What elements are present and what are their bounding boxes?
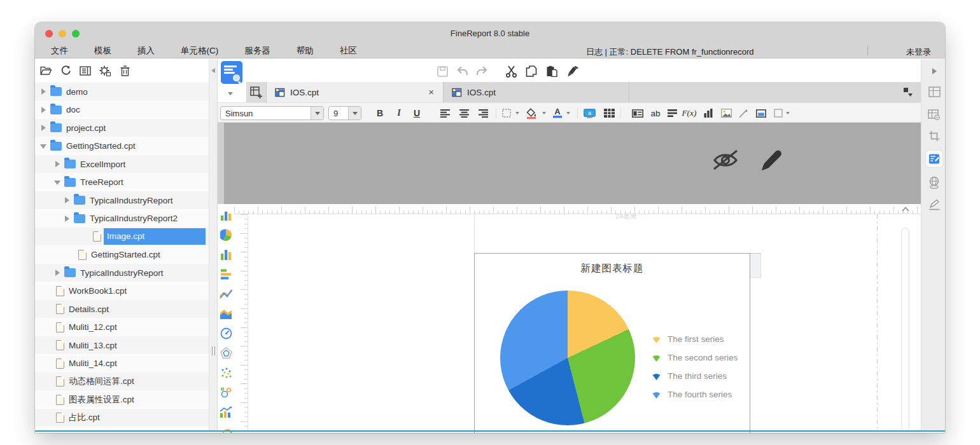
menu-insert[interactable]: 插入 [137, 45, 155, 57]
tree-item-doc[interactable]: doc [35, 101, 209, 119]
refresh-icon[interactable] [59, 64, 73, 78]
tab-ios-active[interactable]: IOS.cpt × [267, 82, 444, 102]
report-panel-icon[interactable] [78, 64, 92, 78]
chevron-right-icon[interactable] [40, 88, 46, 95]
close-tab-icon[interactable]: × [428, 86, 434, 97]
template-grid-icon[interactable] [926, 83, 942, 100]
cut-icon[interactable] [504, 64, 518, 78]
font-color-dropdown-icon[interactable] [566, 112, 570, 114]
fill-color-icon[interactable] [524, 106, 539, 120]
tree-item-excelimport[interactable]: ExcelImport [35, 155, 209, 173]
tree-item-muliti13[interactable]: Muliti_13.cpt [35, 336, 209, 354]
formula-icon[interactable]: F(x) [682, 106, 697, 120]
font-size-select[interactable]: 9 [328, 106, 361, 120]
scroll-up-icon[interactable] [902, 207, 909, 212]
bar-chart-icon[interactable] [220, 268, 233, 281]
font-color-icon[interactable]: A [550, 106, 565, 120]
border-style-icon[interactable] [499, 106, 514, 120]
bubble-chart-icon[interactable] [220, 386, 233, 399]
pencil-edit-icon[interactable] [926, 196, 942, 213]
bold-button[interactable]: B [372, 106, 388, 120]
web-preview-icon[interactable] [926, 174, 942, 191]
insert-chart-icon[interactable] [701, 106, 716, 120]
menu-template[interactable]: 模板 [94, 45, 111, 57]
adjacent-cell[interactable] [750, 253, 761, 278]
pie-chart-icon[interactable] [220, 228, 233, 242]
line-chart-icon[interactable] [220, 287, 233, 301]
paste-icon[interactable] [545, 64, 559, 78]
tree-item-typicalindustryreport2[interactable]: TypicalIndustryReport2 [35, 210, 209, 228]
chevron-down-icon[interactable] [54, 179, 60, 186]
text-insert-icon[interactable]: ab [648, 106, 663, 120]
edit-pencil-icon[interactable] [760, 147, 783, 172]
log-status-text[interactable]: 日志 | 正常: DELETE FROM fr_functionrecord [586, 46, 753, 58]
tab-ios-inactive[interactable]: IOS.cpt [444, 82, 629, 102]
chevron-right-icon[interactable] [40, 107, 46, 113]
cell-attributes-icon[interactable] [630, 106, 645, 120]
report-edit-icon[interactable] [926, 151, 942, 167]
new-template-tab-button[interactable] [246, 82, 267, 102]
font-family-select[interactable]: Simsun [220, 106, 324, 120]
chevron-right-icon[interactable] [54, 270, 60, 276]
template-settings-icon[interactable] [926, 107, 942, 123]
chevron-right-icon[interactable] [40, 125, 46, 131]
design-canvas[interactable]: 24毫米 20毫米 新建图表标题 The first series [218, 204, 921, 432]
radar-chart-icon[interactable] [220, 346, 233, 360]
gauge-chart-icon[interactable] [220, 327, 233, 340]
menu-server[interactable]: 服务器 [244, 45, 270, 57]
tree-item-muliti12[interactable]: Muliti_12.cpt [35, 318, 209, 336]
cell-border-dropdown-icon[interactable] [786, 112, 790, 114]
insert-sub-report-icon[interactable] [753, 106, 769, 120]
template-preview-icon[interactable] [221, 61, 242, 84]
italic-button[interactable]: I [391, 106, 407, 120]
tree-item-treereport[interactable]: TreeReport [35, 174, 209, 191]
open-folder-icon[interactable] [39, 64, 53, 78]
tree-item-workbook1[interactable]: WorkBook1.cpt [35, 282, 209, 300]
scatter-chart-icon[interactable] [220, 366, 233, 380]
font-family-dropdown-icon[interactable] [311, 107, 323, 120]
tree-item-gettingstarted-folder[interactable]: GettingStarted.cpt [35, 137, 209, 155]
tree-item-demo[interactable]: demo [35, 83, 209, 100]
undo-icon[interactable] [456, 64, 470, 78]
tree-item-gettingstarted-file[interactable]: GettingStarted.cpt [35, 246, 209, 264]
frame-crop-icon[interactable] [926, 128, 942, 144]
underline-button[interactable]: U [409, 106, 424, 120]
align-right-icon[interactable] [475, 106, 491, 120]
chevron-right-icon[interactable] [54, 161, 60, 167]
chevron-down-icon[interactable] [40, 143, 46, 149]
sidebar-splitter[interactable] [209, 59, 218, 432]
copy-icon[interactable] [524, 64, 538, 78]
chevron-right-icon[interactable] [64, 216, 70, 222]
menu-help[interactable]: 帮助 [297, 45, 314, 57]
draw-line-icon[interactable] [735, 106, 750, 120]
hide-eye-icon[interactable] [712, 148, 739, 172]
merge-cell-icon[interactable]: a [582, 106, 597, 120]
unmerge-cell-icon[interactable] [601, 106, 617, 120]
cell-border-icon[interactable] [771, 106, 786, 120]
format-brush-icon[interactable] [565, 64, 579, 78]
tree-item-dynamic-calc[interactable]: 动态格间运算.cpt [35, 373, 209, 390]
insert-image-icon[interactable] [718, 106, 734, 120]
save-icon[interactable] [435, 64, 449, 78]
column-chart-icon[interactable] [220, 209, 233, 222]
collapse-sidebar-icon[interactable] [211, 68, 215, 73]
collapse-right-icon[interactable] [926, 63, 942, 79]
menu-file[interactable]: 文件 [51, 45, 68, 57]
border-dropdown-icon[interactable] [515, 112, 519, 114]
menu-community[interactable]: 社区 [340, 45, 357, 57]
menu-cell[interactable]: 单元格(C) [181, 45, 218, 57]
rich-text-icon[interactable] [664, 106, 680, 120]
trash-icon[interactable] [118, 64, 132, 78]
donut-chart-icon[interactable] [220, 425, 233, 433]
splitter-grip[interactable] [212, 346, 215, 355]
area-chart-icon[interactable] [220, 307, 233, 320]
align-center-icon[interactable] [456, 106, 472, 120]
login-status[interactable]: 未登录 [906, 46, 931, 58]
tree-item-zhanbi[interactable]: 占比.cpt [35, 409, 209, 427]
tree-item-project[interactable]: project.cpt [35, 119, 209, 137]
tree-item-muliti14[interactable]: Muliti_14.cpt [35, 355, 209, 373]
chevron-right-icon[interactable] [64, 197, 70, 203]
tree-item-typicalindustryreport[interactable]: TypicalIndustryReport [35, 191, 209, 209]
tree-item-chart-props[interactable]: 图表属性设置.cpt [35, 391, 209, 409]
tree-item-typicalindustryreport-3[interactable]: TypicalIndustryReport [35, 264, 209, 282]
